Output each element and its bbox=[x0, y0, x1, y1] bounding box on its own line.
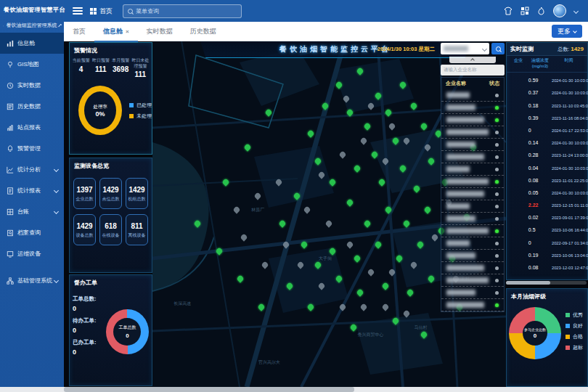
device-stat-value: 618 bbox=[100, 222, 121, 230]
realtime-row[interactable]: 02022-09-17 01:34:00 bbox=[507, 234, 587, 247]
legend-item: 良好 bbox=[565, 322, 583, 330]
realtime-row[interactable]: 0.042024-01-30 10:03:00 bbox=[507, 160, 587, 172]
realtime-row[interactable]: 0.372024-01-30 10:03:00 bbox=[507, 85, 587, 97]
tab-历史数据[interactable]: 历史数据 bbox=[181, 22, 225, 41]
apps-icon[interactable] bbox=[520, 7, 529, 15]
company-row[interactable] bbox=[441, 188, 504, 200]
company-row[interactable] bbox=[441, 176, 504, 188]
company-row[interactable] bbox=[441, 151, 504, 163]
tab-首页[interactable]: 首页 bbox=[64, 22, 94, 41]
close-icon[interactable]: × bbox=[126, 28, 129, 35]
alert-stat: 本月预警3698 bbox=[111, 58, 131, 78]
col-enterprise: 企业 bbox=[508, 58, 528, 70]
sidebar-item-label: 信息舱 bbox=[17, 39, 35, 47]
company-row[interactable] bbox=[441, 262, 504, 274]
realtime-row[interactable]: 0.392023-11-16 08:04:00 bbox=[507, 110, 587, 122]
sidebar-item-map[interactable]: GIS地图 bbox=[0, 54, 64, 75]
sidebar-item-system[interactable]: 基础管理系统 bbox=[0, 270, 64, 291]
sidebar-system-group[interactable]: 餐饮油烟监控管理系统 bbox=[0, 18, 64, 33]
company-row[interactable] bbox=[441, 114, 504, 126]
legend-label: 超标 bbox=[573, 344, 583, 351]
realtime-scrollbar[interactable] bbox=[506, 281, 587, 285]
company-row[interactable] bbox=[441, 139, 504, 151]
tab-信息舱[interactable]: 信息舱× bbox=[94, 22, 138, 42]
avatar[interactable] bbox=[553, 4, 566, 17]
sidebar-item-label: GIS地图 bbox=[17, 60, 39, 68]
map-place-label: 长深高速 bbox=[173, 301, 191, 307]
map-place-label: 林原厂 bbox=[251, 207, 264, 213]
horizontal-scrollbar[interactable] bbox=[0, 387, 588, 392]
menu-search-input[interactable]: 菜单查询 bbox=[123, 4, 242, 18]
realtime-row[interactable]: 0.082023-12-03 12:47:00 bbox=[507, 259, 587, 271]
legend-item: 已处理 bbox=[129, 102, 152, 109]
realtime-row[interactable]: 0.052024-01-30 10:03:00 bbox=[507, 184, 587, 197]
realtime-row[interactable]: 0.52023-10-06 16:44:00 bbox=[507, 222, 587, 234]
company-row[interactable] bbox=[441, 237, 504, 250]
realtime-row[interactable]: 0.022023-09-01 17:39:00 bbox=[507, 210, 587, 222]
realtime-row[interactable]: 0.182023-11-10 03:45:00 bbox=[507, 97, 587, 110]
company-row[interactable] bbox=[441, 163, 504, 176]
company-name-input[interactable]: 请输入企业名称 bbox=[441, 65, 505, 75]
device-stat-box: 1429点位总数 bbox=[99, 178, 122, 209]
realtime-row[interactable]: 0.192023-10-06 13:04:00 bbox=[507, 247, 587, 259]
alert-stat-label: 昨日预警 bbox=[91, 58, 110, 64]
alert-stat-label: 本月预警 bbox=[111, 58, 131, 64]
realtime-row[interactable]: 2.222023-12-15 01:11:00 bbox=[507, 197, 587, 209]
breadcrumb-home[interactable]: 首页 bbox=[90, 7, 113, 16]
sidebar-item-doc[interactable]: 统计报表 bbox=[0, 180, 64, 201]
time: 2023-12-03 12:47:00 bbox=[552, 266, 588, 270]
chart-icon bbox=[7, 166, 14, 173]
company-name-blur bbox=[446, 240, 470, 246]
company-row[interactable] bbox=[441, 126, 504, 139]
company-row[interactable] bbox=[441, 299, 504, 311]
collapse-list-button[interactable] bbox=[449, 57, 496, 63]
device-stat-box: 1397企业总数 bbox=[73, 178, 96, 209]
more-button[interactable]: 更多 bbox=[552, 25, 582, 38]
company-row[interactable] bbox=[441, 287, 504, 299]
sidebar-item-alert[interactable]: 预警管理 bbox=[0, 138, 64, 159]
company-search-button[interactable] bbox=[491, 43, 505, 54]
company-row[interactable] bbox=[441, 213, 504, 225]
company-name-blur bbox=[446, 290, 475, 295]
reading-time: 2024-01-30 10:03:00 bbox=[552, 160, 586, 173]
sidebar-item-clock[interactable]: 实时数据 bbox=[0, 75, 64, 96]
sidebar-item-chart[interactable]: 统计分析 bbox=[0, 159, 64, 180]
company-row[interactable] bbox=[441, 274, 504, 287]
company-row[interactable] bbox=[441, 250, 504, 262]
sidebar-item-archive[interactable]: 档案查询 bbox=[0, 222, 64, 243]
value: 0.14 bbox=[528, 140, 539, 145]
flame-icon[interactable] bbox=[537, 7, 545, 15]
sidebar-item-history[interactable]: 历史数据 bbox=[0, 96, 64, 117]
sidebar-item-dashboard[interactable]: 信息舱 bbox=[0, 33, 64, 54]
hamburger-icon[interactable] bbox=[73, 6, 83, 16]
sidebar-item-ledger[interactable]: 台账 bbox=[0, 201, 64, 222]
legend-swatch bbox=[565, 324, 570, 328]
alert-icon bbox=[7, 145, 14, 152]
sidebar-item-report[interactable]: 站点报表 bbox=[0, 117, 64, 138]
value: 0.05 bbox=[528, 190, 539, 195]
realtime-row[interactable]: 0.082023-11-01 22:25:00 bbox=[507, 172, 587, 184]
device-stat-label: 机组总数 bbox=[126, 196, 147, 203]
theme-icon[interactable] bbox=[504, 7, 513, 15]
chevron-down-icon[interactable] bbox=[573, 8, 579, 13]
doc-icon bbox=[7, 187, 14, 195]
company-row[interactable] bbox=[441, 102, 504, 114]
realtime-row[interactable]: 0.142024-01-30 10:03:00 bbox=[507, 135, 587, 147]
company-row[interactable] bbox=[441, 225, 504, 237]
company-row[interactable] bbox=[441, 200, 504, 213]
company-select[interactable] bbox=[441, 43, 489, 54]
company-row[interactable] bbox=[441, 89, 504, 102]
realtime-row[interactable]: 0.592024-01-30 10:03:00 bbox=[507, 73, 587, 85]
legend-label: 合格 bbox=[573, 333, 583, 340]
tab-实时数据[interactable]: 实时数据 bbox=[138, 22, 181, 41]
device-stat-label: 设备总数 bbox=[74, 232, 95, 239]
realtime-row[interactable]: 0.282023-11-24 13:00:00 bbox=[507, 147, 587, 160]
sidebar-item-device[interactable]: 运维设备 bbox=[0, 243, 64, 264]
system-title: 餐饮油烟监控管理系统 bbox=[6, 22, 57, 29]
donut-center-label: 处理率 bbox=[93, 104, 107, 110]
gis-map[interactable]: 餐饮油烟智能监控云平台 2024/1/30 10:03 星期二 林原厂大子街长深… bbox=[152, 41, 506, 387]
workorder-stat-label: 已办工单: bbox=[73, 339, 102, 346]
time: 2024-01-30 10:03:00 bbox=[552, 91, 588, 95]
realtime-row[interactable]: 02024-01-17 22:53:00 bbox=[507, 122, 587, 134]
company-name-blur bbox=[446, 166, 470, 172]
